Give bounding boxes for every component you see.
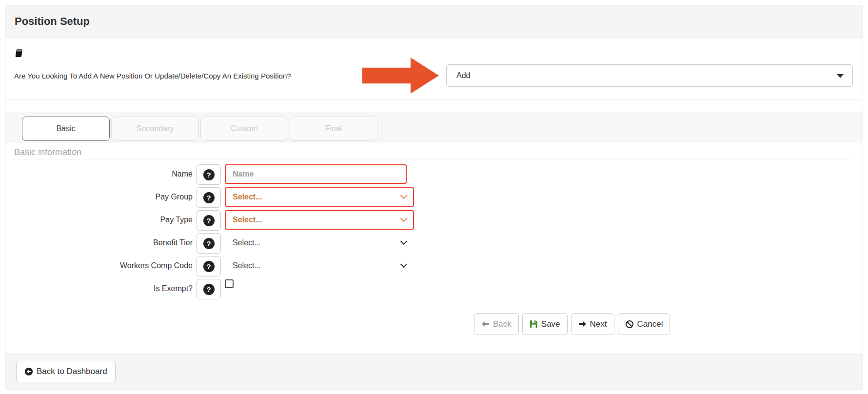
next-button-label: Next <box>590 319 607 329</box>
section-heading: Basic information <box>14 147 853 158</box>
question-circle-icon <box>203 238 215 249</box>
tab-secondary[interactable]: Secondary <box>111 117 199 141</box>
field-control: Select... <box>225 210 414 230</box>
form-row-is-exempt: Is Exempt? <box>14 279 853 298</box>
pointer-arrow-graphic <box>362 58 439 94</box>
position-setup-panel: Position Setup Are You Looking To Add A … <box>5 5 863 390</box>
question-circle-icon <box>203 169 215 180</box>
workers-comp-select[interactable]: Select... <box>225 256 414 276</box>
help-button-is-exempt[interactable] <box>197 279 221 299</box>
help-button-pay-type[interactable] <box>197 210 221 231</box>
field-label: Name <box>14 164 193 184</box>
back-to-dashboard-button[interactable]: Back to Dashboard <box>16 361 116 382</box>
mode-select-value: Add <box>456 71 470 80</box>
chevron-down-icon <box>400 238 407 245</box>
cancel-button[interactable]: Cancel <box>618 313 671 335</box>
form-row-workers-comp: Workers Comp Code Select... <box>14 256 853 276</box>
name-input[interactable] <box>225 164 407 184</box>
panel-body: Are You Looking To Add A New Position Or… <box>5 38 863 354</box>
arrow-left-icon <box>481 320 490 328</box>
chevron-down-icon <box>400 215 407 222</box>
divider <box>5 99 863 100</box>
pay-group-select[interactable]: Select... <box>225 187 414 207</box>
workers-comp-select-value: Select... <box>233 261 261 270</box>
question-circle-icon <box>203 192 215 203</box>
help-button-workers-comp[interactable] <box>197 256 221 276</box>
help-button-pay-group[interactable] <box>197 187 221 208</box>
field-control: Select... <box>225 233 414 253</box>
cancel-button-label: Cancel <box>637 319 663 329</box>
form-row-pay-group: Pay Group Select... <box>14 187 853 207</box>
question-row: Are You Looking To Add A New Position Or… <box>14 58 853 94</box>
save-button-label: Save <box>541 319 560 329</box>
tab-basic[interactable]: Basic <box>22 117 110 141</box>
tab-final[interactable]: Final <box>290 117 377 141</box>
next-button[interactable]: Next <box>571 313 614 335</box>
form-row-name: Name <box>14 164 853 184</box>
field-label: Is Exempt? <box>14 279 193 298</box>
chevron-down-icon <box>400 261 407 268</box>
panel-header: Position Setup <box>5 5 863 38</box>
save-icon <box>530 320 538 328</box>
chevron-down-icon <box>400 192 407 199</box>
form-actions: Back Save Next Cancel <box>474 313 853 335</box>
question-circle-icon <box>203 215 215 226</box>
field-label: Pay Group <box>14 187 193 207</box>
field-control: Select... <box>225 256 414 276</box>
ban-icon <box>625 320 634 329</box>
field-label: Workers Comp Code <box>14 256 193 276</box>
wizard-tabs: Basic Secondary Custom Final <box>5 112 863 143</box>
field-label: Pay Type <box>14 210 193 230</box>
benefit-tier-select-value: Select... <box>233 238 261 247</box>
question-circle-icon <box>203 261 215 272</box>
pay-type-select[interactable]: Select... <box>225 210 414 230</box>
divider <box>14 159 853 159</box>
field-control <box>225 164 407 184</box>
back-button[interactable]: Back <box>474 313 519 335</box>
basic-form: Name Pay Group Select... <box>14 164 853 335</box>
help-button-benefit-tier[interactable] <box>197 233 221 254</box>
help-button-name[interactable] <box>197 164 221 185</box>
form-row-pay-type: Pay Type Select... <box>14 210 853 230</box>
field-label: Benefit Tier <box>14 233 193 253</box>
field-control: Select... <box>225 187 414 207</box>
caret-down-icon <box>837 74 844 78</box>
book-icon <box>14 49 23 58</box>
panel-footer: Back to Dashboard <box>5 354 863 390</box>
question-circle-icon <box>203 284 215 295</box>
benefit-tier-select[interactable]: Select... <box>225 233 414 253</box>
pay-group-select-value: Select... <box>233 193 262 201</box>
back-to-dashboard-label: Back to Dashboard <box>37 367 107 376</box>
page-title: Position Setup <box>15 15 90 28</box>
arrow-circle-left-icon <box>24 367 33 376</box>
pay-type-select-value: Select... <box>233 216 262 224</box>
back-button-label: Back <box>493 319 512 329</box>
save-button[interactable]: Save <box>522 313 568 335</box>
question-text: Are You Looking To Add A New Position Or… <box>14 72 362 80</box>
form-row-benefit-tier: Benefit Tier Select... <box>14 233 853 253</box>
arrow-right-icon <box>578 320 587 328</box>
tab-custom[interactable]: Custom <box>200 117 288 141</box>
is-exempt-checkbox[interactable] <box>225 279 234 288</box>
position-setup-page: Position Setup Are You Looking To Add A … <box>0 0 868 394</box>
mode-select[interactable]: Add <box>446 64 853 87</box>
